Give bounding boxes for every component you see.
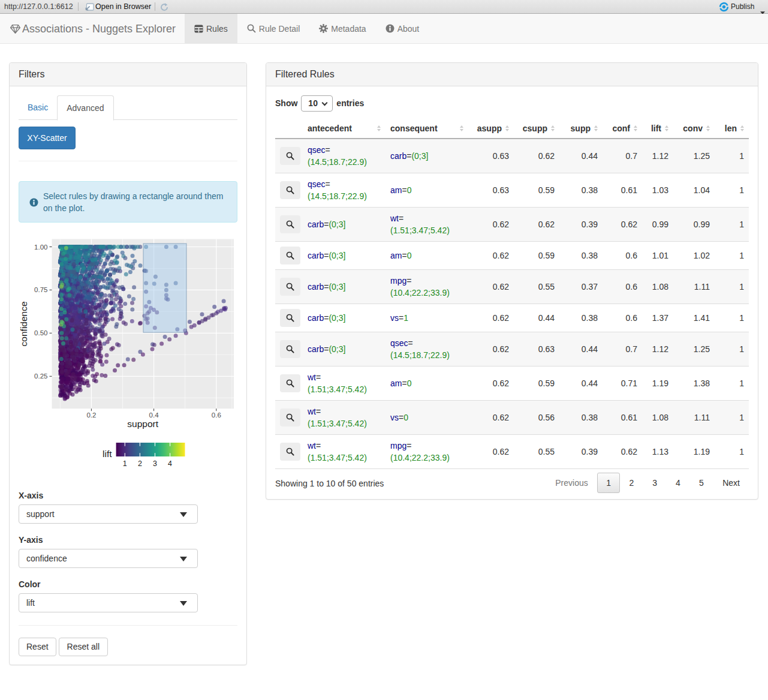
svg-text:3: 3 <box>153 459 157 468</box>
svg-text:support: support <box>127 419 158 429</box>
svg-text:1: 1 <box>123 459 127 468</box>
svg-text:0.2: 0.2 <box>86 411 96 419</box>
svg-text:lift: lift <box>103 449 112 459</box>
svg-text:0.6: 0.6 <box>212 411 221 419</box>
svg-text:0.75: 0.75 <box>34 286 47 293</box>
svg-text:0.50: 0.50 <box>34 329 47 337</box>
svg-text:0.4: 0.4 <box>149 411 159 419</box>
svg-text:2: 2 <box>138 459 142 468</box>
svg-text:1.00: 1.00 <box>34 244 47 251</box>
svg-text:confidence: confidence <box>19 301 29 346</box>
svg-text:4: 4 <box>168 459 172 468</box>
svg-text:0.25: 0.25 <box>34 372 47 380</box>
